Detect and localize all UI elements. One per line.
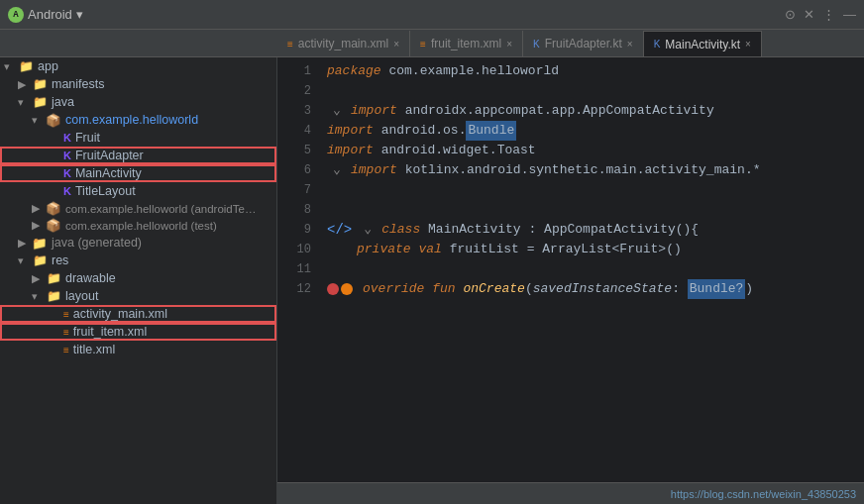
- sidebar-item-app[interactable]: ▾ 📁 app: [0, 57, 276, 75]
- sidebar-item-java-generated[interactable]: ▶ 📁 java (generated): [0, 234, 276, 252]
- arrow-icon: ▶: [18, 237, 32, 250]
- item-label: com.example.helloworld: [65, 113, 198, 127]
- sidebar-item-main-activity[interactable]: K MainActivity: [0, 164, 276, 182]
- code-line-4: import android.os.Bundle: [327, 121, 864, 141]
- item-label: title.xml: [73, 343, 115, 356]
- tab-activity-main[interactable]: ≡ activity_main.xml ×: [277, 31, 410, 56]
- sidebar-item-res[interactable]: ▾ 📁 res: [0, 252, 276, 269]
- app-dropdown[interactable]: ▾: [76, 7, 83, 22]
- breakpoint-icon[interactable]: [327, 283, 339, 295]
- keyword-import: import: [351, 101, 397, 121]
- item-label: TitleLayout: [75, 184, 136, 198]
- tab-fruit-item[interactable]: ≡ fruit_item.xml ×: [410, 31, 523, 56]
- cursor-icon[interactable]: ✕: [804, 7, 814, 22]
- item-label: layout: [65, 289, 98, 303]
- keyword-override: override: [363, 279, 424, 299]
- code-line-1: package com.example.helloworld: [327, 61, 864, 81]
- tab-close-icon[interactable]: ×: [506, 39, 512, 50]
- var-name: fruitList: [450, 240, 519, 259]
- code-line-7: [327, 180, 864, 200]
- xml-icon: ≡: [287, 39, 293, 50]
- android-icon: A: [8, 7, 24, 23]
- title-bar: A Android ▾ ⊙ ✕ ⋮ —: [0, 0, 864, 30]
- code-line-2: [327, 81, 864, 101]
- xml-icon: ≡: [63, 345, 69, 355]
- code-line-6: ⌄ import kotlinx.android.synthetic.main.…: [327, 160, 864, 180]
- folder-icon: 📁: [32, 78, 48, 90]
- more-icon[interactable]: ⋮: [822, 7, 835, 22]
- arrow-icon: ▾: [18, 96, 32, 109]
- import-path: kotlinx.android.synthetic.main.activity_…: [405, 160, 761, 180]
- folder-icon: 📁: [32, 254, 48, 266]
- folder-icon: 📁: [18, 60, 34, 72]
- target-icon[interactable]: ⊙: [785, 7, 796, 22]
- keyword-package: package: [327, 61, 381, 81]
- arrow-icon: ▾: [32, 290, 46, 303]
- sidebar-item-java[interactable]: ▾ 📁 java: [0, 93, 276, 111]
- title-bar-left: A Android ▾: [8, 7, 777, 23]
- status-url: https://blog.csdn.net/weixin_43850253: [671, 488, 856, 500]
- sidebar-item-manifests[interactable]: ▶ 📁 manifests: [0, 75, 276, 93]
- tab-close-icon[interactable]: ×: [393, 39, 399, 50]
- tab-main-activity[interactable]: K MainActivity.kt ×: [644, 31, 762, 56]
- item-label: drawable: [65, 271, 116, 285]
- tab-close-icon[interactable]: ×: [745, 39, 751, 50]
- code-content: package com.example.helloworld ⌄ import …: [319, 57, 864, 482]
- item-label: java (generated): [52, 236, 142, 250]
- class-name: MainActivity: [428, 220, 521, 240]
- arrow-icon: ▶: [32, 219, 46, 232]
- minimize-icon[interactable]: —: [843, 7, 856, 22]
- arrow-icon: ▶: [32, 272, 46, 285]
- sidebar-item-title-layout[interactable]: K TitleLayout: [0, 182, 276, 200]
- kotlin-icon: K: [63, 167, 71, 179]
- arrow-icon: ▶: [18, 78, 32, 91]
- item-label: fruit_item.xml: [73, 325, 147, 339]
- sidebar-item-fruit[interactable]: K Fruit: [0, 129, 276, 147]
- kotlin-icon: K: [63, 132, 71, 144]
- sidebar-item-com-example[interactable]: ▾ 📦 com.example.helloworld: [0, 111, 276, 129]
- xml-icon: ≡: [63, 309, 69, 320]
- kotlin-icon: K: [63, 185, 71, 197]
- tab-fruit-adapter[interactable]: K FruitAdapter.kt ×: [523, 31, 644, 56]
- java-gen-icon: 📁: [32, 237, 48, 249]
- app-name: Android: [28, 7, 72, 22]
- tab-label: fruit_item.xml: [431, 37, 501, 50]
- sidebar-item-layout[interactable]: ▾ 📁 layout: [0, 287, 276, 305]
- item-label: com.example.helloworld (androidTe…: [65, 203, 256, 215]
- kotlin-icon: K: [63, 150, 71, 161]
- sidebar-item-activity-main-xml[interactable]: ≡ activity_main.xml: [0, 305, 276, 323]
- item-label: com.example.helloworld (test): [65, 220, 217, 232]
- param-name: savedInstanceState: [533, 279, 672, 299]
- folder-icon: 📁: [46, 272, 61, 284]
- title-bar-icons: ⊙ ✕ ⋮ —: [785, 7, 856, 22]
- item-label: manifests: [52, 77, 105, 91]
- sidebar-item-title-xml[interactable]: ≡ title.xml: [0, 341, 276, 358]
- arrow-icon: ▾: [4, 60, 18, 73]
- code-area: 1 2 3 4 5 6 7 8 9 10 11 12 package com.e…: [277, 57, 864, 482]
- tab-close-icon[interactable]: ×: [627, 39, 633, 50]
- tab-label: MainActivity.kt: [665, 38, 740, 51]
- item-label: MainActivity: [75, 166, 142, 180]
- keyword-fun: fun: [432, 279, 455, 299]
- main-layout: ▾ 📁 app ▶ 📁 manifests ▾ 📁 java ▾ 📦 com.e…: [0, 57, 864, 504]
- xml-icon: ≡: [420, 39, 426, 50]
- sidebar-item-fruit-adapter[interactable]: K FruitAdapter: [0, 147, 276, 164]
- fold-indicator: ⌄: [327, 101, 347, 121]
- keyword-import: import: [327, 121, 374, 141]
- xml-icon: ≡: [63, 327, 69, 338]
- fold-indicator: ⌄: [327, 160, 347, 180]
- sidebar: ▾ 📁 app ▶ 📁 manifests ▾ 📁 java ▾ 📦 com.e…: [0, 57, 277, 504]
- folder-icon: 📁: [32, 96, 48, 108]
- sidebar-item-fruit-item-xml[interactable]: ≡ fruit_item.xml: [0, 323, 276, 341]
- code-editor[interactable]: 1 2 3 4 5 6 7 8 9 10 11 12 package com.e…: [277, 57, 864, 504]
- sidebar-item-test[interactable]: ▶ 📦 com.example.helloworld (test): [0, 217, 276, 234]
- sidebar-item-drawable[interactable]: ▶ 📁 drawable: [0, 269, 276, 287]
- arrow-icon: ▾: [18, 254, 32, 267]
- code-line-12: override fun onCreate(savedInstanceState…: [327, 279, 864, 299]
- arrow-icon: ▶: [32, 202, 46, 215]
- class-name: ArrayList: [542, 240, 611, 259]
- type-name-highlight: Bundle?: [688, 279, 746, 299]
- sidebar-item-android-test[interactable]: ▶ 📦 com.example.helloworld (androidTe…: [0, 200, 276, 217]
- keyword-import: import: [327, 141, 374, 160]
- keyword-class: class: [381, 220, 420, 240]
